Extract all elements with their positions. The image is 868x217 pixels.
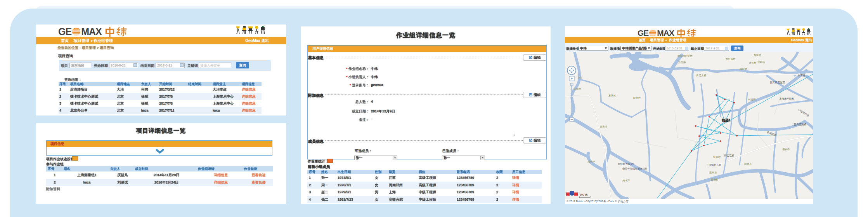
svg-text:上海思学院校: 上海思学院校 <box>779 97 795 100</box>
svg-text:青江大桥: 青江大桥 <box>696 74 707 77</box>
svg-text:金屋村: 金屋村 <box>573 88 581 91</box>
svg-text:特宝江桥: 特宝江桥 <box>724 154 735 157</box>
svg-text:小王: 小王 <box>577 76 583 79</box>
svg-text:加针厦村: 加针厦村 <box>726 58 736 61</box>
svg-text:薄荷年星纸业有限公司: 薄荷年星纸业有限公司 <box>622 167 648 170</box>
svg-text:梅树桥: 梅树桥 <box>739 68 747 71</box>
svg-text:轨迹1: 轨迹1 <box>722 118 731 122</box>
svg-text:林迷镇: 林迷镇 <box>748 98 756 101</box>
svg-text:召农寺: 召农寺 <box>782 148 790 150</box>
svg-text:水利站: 水利站 <box>757 61 765 64</box>
svg-text:连亮路: 连亮路 <box>678 61 686 64</box>
svg-text:200 米: 200 米 <box>580 193 588 196</box>
svg-text:西唐村: 西唐村 <box>710 178 719 181</box>
svg-text:叶巷村: 叶巷村 <box>749 61 757 65</box>
svg-text:甲农村: 甲农村 <box>713 156 721 159</box>
svg-text:货家湾: 货家湾 <box>600 125 608 128</box>
svg-text:明哲寺: 明哲寺 <box>744 163 752 166</box>
svg-text:三湖镇幼儿园: 三湖镇幼儿园 <box>706 163 721 166</box>
svg-text:双祥村: 双祥村 <box>633 96 641 100</box>
svg-text:央水汗: 央水汗 <box>622 179 630 182</box>
svg-text:舒安镇卫生室: 舒安镇卫生室 <box>770 81 785 84</box>
svg-text:亘海江港桥: 亘海江港桥 <box>794 123 807 126</box>
svg-text:嘉恒斯力模塑厂: 嘉恒斯力模塑厂 <box>618 163 636 166</box>
svg-text:王家埭: 王家埭 <box>709 171 717 174</box>
svg-text:咸市汗: 咸市汗 <box>587 160 595 163</box>
svg-text:体育路: 体育路 <box>798 74 806 77</box>
svg-text:秀珠村: 秀珠村 <box>754 54 761 57</box>
svg-text:夏阳村: 夏阳村 <box>608 94 616 97</box>
svg-text:尚家湖附近桥: 尚家湖附近桥 <box>677 54 693 58</box>
